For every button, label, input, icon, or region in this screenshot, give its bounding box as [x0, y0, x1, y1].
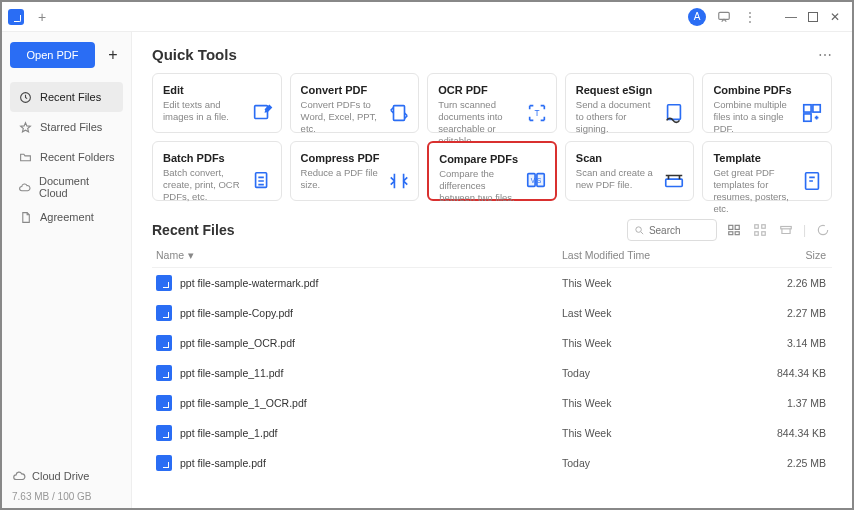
svg-rect-16 [729, 225, 733, 229]
svg-rect-8 [804, 114, 811, 121]
tool-title: Scan [576, 152, 684, 164]
tool-card-template[interactable]: TemplateGet great PDF templates for resu… [702, 141, 832, 201]
column-name[interactable]: Name ▾ [152, 249, 562, 261]
pdf-file-icon [156, 395, 172, 411]
svg-rect-20 [755, 225, 759, 229]
file-modified: This Week [562, 397, 762, 409]
batch-icon [251, 170, 273, 192]
tool-card-scan[interactable]: ScanScan and create a new PDF file. [565, 141, 695, 201]
tool-card-convert-pdf[interactable]: Convert PDFConvert PDFs to Word, Excel, … [290, 73, 420, 133]
file-name: ppt file-sample_1_OCR.pdf [180, 397, 562, 409]
new-file-button[interactable]: + [103, 45, 123, 65]
search-box[interactable] [627, 219, 717, 241]
file-size: 2.27 MB [762, 307, 832, 319]
column-size[interactable]: Size [762, 249, 832, 261]
tool-card-request-esign[interactable]: Request eSignSend a document to others f… [565, 73, 695, 133]
scan-icon [663, 170, 685, 192]
pdf-file-icon [156, 365, 172, 381]
tool-card-edit[interactable]: EditEdit texts and images in a file. [152, 73, 282, 133]
tool-title: OCR PDF [438, 84, 546, 96]
svg-point-25 [818, 225, 827, 234]
file-list: ppt file-sample-watermark.pdfThis Week2.… [152, 268, 832, 478]
svg-text:V/S: V/S [531, 177, 541, 184]
pdf-file-icon [156, 275, 172, 291]
svg-rect-23 [762, 232, 766, 236]
svg-rect-3 [394, 106, 405, 121]
file-row[interactable]: ppt file-sample_1.pdfThis Week844.34 KB [152, 418, 832, 448]
window-close-button[interactable]: ✕ [824, 6, 846, 28]
main-content: Quick Tools ⋯ EditEdit texts and images … [132, 32, 852, 508]
titlebar: + A ⋮ — ✕ [2, 2, 852, 32]
search-input[interactable] [649, 225, 710, 236]
view-grid-button[interactable] [751, 221, 769, 239]
tool-title: Combine PDFs [713, 84, 821, 96]
svg-rect-17 [735, 225, 739, 229]
archive-button[interactable] [777, 221, 795, 239]
svg-rect-24 [781, 227, 792, 229]
open-pdf-button[interactable]: Open PDF [10, 42, 95, 68]
tool-card-combine-pdfs[interactable]: Combine PDFsCombine multiple files into … [702, 73, 832, 133]
file-modified: This Week [562, 277, 762, 289]
svg-rect-0 [719, 12, 730, 19]
compare-icon: V/S [525, 169, 547, 191]
refresh-button[interactable] [814, 221, 832, 239]
svg-rect-21 [762, 225, 766, 229]
sidebar-item-label: Recent Files [40, 91, 101, 103]
search-icon [634, 225, 645, 236]
recent-files-heading: Recent Files [152, 222, 234, 238]
sidebar-item-recent-files[interactable]: Recent Files [10, 82, 123, 112]
file-row[interactable]: ppt file-sample_1_OCR.pdfThis Week1.37 M… [152, 388, 832, 418]
esign-icon [663, 102, 685, 124]
window-minimize-button[interactable]: — [780, 6, 802, 28]
sidebar-item-document-cloud[interactable]: Document Cloud [10, 172, 123, 202]
svg-rect-22 [755, 232, 759, 236]
tool-card-batch-pdfs[interactable]: Batch PDFsBatch convert, create, print, … [152, 141, 282, 201]
sidebar-item-agreement[interactable]: Agreement [10, 202, 123, 232]
file-row[interactable]: ppt file-sample-watermark.pdfThis Week2.… [152, 268, 832, 298]
pdf-file-icon [156, 425, 172, 441]
cloud-drive-link[interactable]: Cloud Drive [10, 465, 123, 487]
file-name: ppt file-sample_OCR.pdf [180, 337, 562, 349]
chat-icon[interactable] [716, 9, 732, 25]
quick-tools-heading: Quick Tools [152, 46, 237, 63]
kebab-menu-icon[interactable]: ⋮ [742, 9, 758, 25]
edit-icon [251, 102, 273, 124]
window-maximize-button[interactable] [802, 6, 824, 28]
svg-rect-7 [813, 105, 820, 112]
tool-card-ocr-pdf[interactable]: OCR PDFTurn scanned documents into searc… [427, 73, 557, 133]
file-size: 3.14 MB [762, 337, 832, 349]
file-row[interactable]: ppt file-sample_OCR.pdfThis Week3.14 MB [152, 328, 832, 358]
tool-title: Request eSign [576, 84, 684, 96]
file-size: 1.37 MB [762, 397, 832, 409]
new-tab-button[interactable]: + [32, 7, 52, 27]
tool-title: Batch PDFs [163, 152, 271, 164]
user-avatar[interactable]: A [688, 8, 706, 26]
file-modified: Last Week [562, 307, 762, 319]
storage-indicator: 7.63 MB / 100 GB [10, 487, 123, 502]
file-row[interactable]: ppt file-sample.pdfToday2.25 MB [152, 448, 832, 478]
cloud-icon [18, 181, 31, 194]
star-icon [18, 121, 32, 134]
svg-rect-13 [666, 179, 683, 186]
sidebar-item-starred-files[interactable]: Starred Files [10, 112, 123, 142]
file-name: ppt file-sample-Copy.pdf [180, 307, 562, 319]
quick-tools-more[interactable]: ⋯ [818, 47, 832, 63]
tool-title: Convert PDF [301, 84, 409, 96]
combine-icon [801, 102, 823, 124]
sidebar-item-label: Agreement [40, 211, 94, 223]
pdf-file-icon [156, 335, 172, 351]
file-row[interactable]: ppt file-sample_11.pdfToday844.34 KB [152, 358, 832, 388]
svg-rect-5 [668, 105, 681, 120]
file-row[interactable]: ppt file-sample-Copy.pdfLast Week2.27 MB [152, 298, 832, 328]
tool-title: Template [713, 152, 821, 164]
svg-rect-6 [804, 105, 811, 112]
column-modified[interactable]: Last Modified Time [562, 249, 762, 261]
cloud-drive-label: Cloud Drive [32, 470, 89, 482]
tool-card-compare-pdfs[interactable]: Compare PDFsCompare the differences betw… [427, 141, 557, 201]
view-list-button[interactable] [725, 221, 743, 239]
tool-card-compress-pdf[interactable]: Compress PDFReduce a PDF file size. [290, 141, 420, 201]
file-modified: This Week [562, 427, 762, 439]
sidebar-item-recent-folders[interactable]: Recent Folders [10, 142, 123, 172]
folder-icon [18, 151, 32, 164]
sidebar-item-label: Recent Folders [40, 151, 115, 163]
